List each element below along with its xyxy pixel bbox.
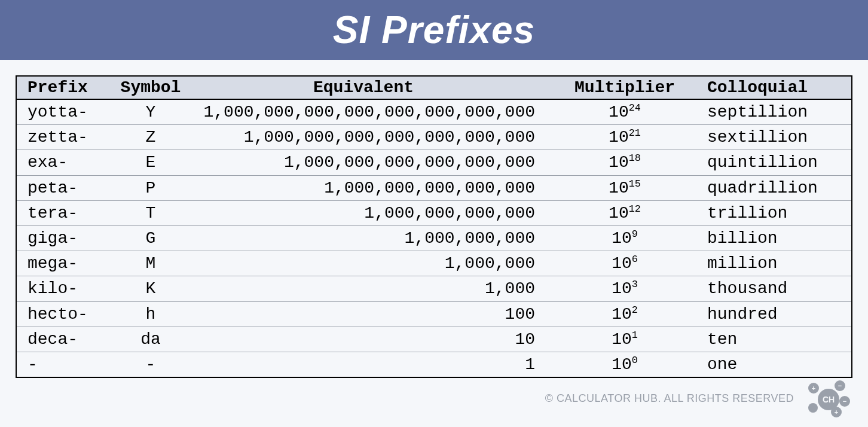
cell-equivalent: 1,000,000,000,000,000,000,000 [190, 125, 553, 150]
cell-prefix: exa- [16, 150, 112, 175]
col-equivalent: Equivalent [190, 76, 553, 99]
calculator-hub-logo-icon: CH + − − + [805, 380, 851, 416]
cell-colloquial: hundred [696, 301, 852, 327]
page-title: SI Prefixes [333, 8, 535, 52]
cell-equivalent: 1 [190, 352, 553, 377]
table-header-row: Prefix Symbol Equivalent Multiplier Coll… [16, 76, 852, 99]
table-row: yotta-Y1,000,000,000,000,000,000,000,000… [16, 99, 852, 125]
cell-colloquial: million [696, 251, 852, 276]
cell-multiplier: 1024 [553, 99, 696, 125]
cell-prefix: tera- [16, 200, 112, 225]
cell-symbol: Z [112, 125, 190, 150]
table-row: peta-P1,000,000,000,000,0001015quadrilli… [16, 175, 852, 200]
table-row: giga-G1,000,000,000109billion [16, 225, 852, 251]
footer: © CALCULATOR HUB. ALL RIGHTS RESERVED CH… [545, 380, 851, 416]
cell-multiplier: 109 [553, 225, 696, 251]
cell-colloquial: quadrillion [696, 175, 852, 200]
cell-symbol: - [112, 352, 190, 377]
cell-colloquial: sextillion [696, 125, 852, 150]
cell-multiplier: 103 [553, 276, 696, 301]
table-row: --1100one [16, 352, 852, 377]
col-multiplier: Multiplier [553, 76, 696, 99]
cell-colloquial: quintillion [696, 150, 852, 175]
cell-symbol: G [112, 225, 190, 251]
cell-equivalent: 1,000,000,000 [190, 225, 553, 251]
table-container: Prefix Symbol Equivalent Multiplier Coll… [0, 60, 868, 378]
cell-prefix: hecto- [16, 301, 112, 327]
cell-multiplier: 1018 [553, 150, 696, 175]
header-band: SI Prefixes [0, 0, 868, 60]
cell-prefix: giga- [16, 225, 112, 251]
cell-equivalent: 1,000,000,000,000,000,000 [190, 150, 553, 175]
cell-equivalent: 1,000 [190, 276, 553, 301]
cell-multiplier: 106 [553, 251, 696, 276]
cell-equivalent: 1,000,000,000,000,000,000,000,000 [190, 99, 553, 125]
table-row: exa-E1,000,000,000,000,000,0001018quinti… [16, 150, 852, 175]
cell-prefix: - [16, 352, 112, 377]
cell-prefix: yotta- [16, 99, 112, 125]
cell-symbol: E [112, 150, 190, 175]
cell-symbol: h [112, 301, 190, 327]
table-row: deca-da10101ten [16, 327, 852, 352]
cell-multiplier: 1012 [553, 200, 696, 225]
cell-multiplier: 1021 [553, 125, 696, 150]
cell-multiplier: 1015 [553, 175, 696, 200]
cell-colloquial: septillion [696, 99, 852, 125]
cell-colloquial: ten [696, 327, 852, 352]
table-row: zetta-Z1,000,000,000,000,000,000,0001021… [16, 125, 852, 150]
cell-prefix: zetta- [16, 125, 112, 150]
cell-equivalent: 1,000,000,000,000,000 [190, 175, 553, 200]
cell-equivalent: 1,000,000,000,000 [190, 200, 553, 225]
cell-prefix: peta- [16, 175, 112, 200]
cell-equivalent: 1,000,000 [190, 251, 553, 276]
col-prefix: Prefix [16, 76, 112, 99]
table-row: mega-M1,000,000106million [16, 251, 852, 276]
cell-multiplier: 100 [553, 352, 696, 377]
cell-colloquial: one [696, 352, 852, 377]
cell-symbol: T [112, 200, 190, 225]
cell-symbol: da [112, 327, 190, 352]
cell-symbol: P [112, 175, 190, 200]
table-row: kilo-K1,000103thousand [16, 276, 852, 301]
cell-symbol: K [112, 276, 190, 301]
cell-equivalent: 10 [190, 327, 553, 352]
cell-colloquial: trillion [696, 200, 852, 225]
cell-symbol: Y [112, 99, 190, 125]
cell-colloquial: billion [696, 225, 852, 251]
logo-plus-icon: + [831, 407, 842, 417]
cell-multiplier: 101 [553, 327, 696, 352]
logo-dot-icon [808, 403, 818, 413]
cell-prefix: kilo- [16, 276, 112, 301]
logo-plus-icon: + [808, 383, 819, 394]
copyright-text: © CALCULATOR HUB. ALL RIGHTS RESERVED [545, 392, 794, 405]
si-prefixes-table: Prefix Symbol Equivalent Multiplier Coll… [16, 75, 852, 378]
logo-minus-icon: − [835, 380, 845, 391]
table-row: hecto-h100102hundred [16, 301, 852, 327]
cell-equivalent: 100 [190, 301, 553, 327]
table-row: tera-T1,000,000,000,0001012trillion [16, 200, 852, 225]
col-colloquial: Colloquial [696, 76, 852, 99]
cell-prefix: deca- [16, 327, 112, 352]
cell-colloquial: thousand [696, 276, 852, 301]
cell-symbol: M [112, 251, 190, 276]
cell-multiplier: 102 [553, 301, 696, 327]
cell-prefix: mega- [16, 251, 112, 276]
col-symbol: Symbol [112, 76, 190, 99]
logo-minus-icon: − [839, 396, 850, 407]
